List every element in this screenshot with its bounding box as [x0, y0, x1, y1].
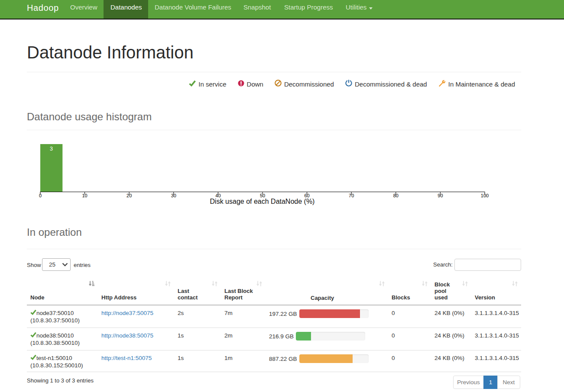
svg-text:20: 20 [126, 193, 132, 198]
svg-text:30: 30 [171, 193, 176, 198]
svg-text:90: 90 [438, 193, 443, 198]
svg-text:100: 100 [481, 193, 489, 198]
svg-text:3: 3 [50, 146, 53, 152]
svg-text:10: 10 [82, 193, 87, 198]
svg-text:70: 70 [349, 193, 354, 198]
svg-text:80: 80 [393, 193, 399, 198]
svg-text:0: 0 [39, 193, 42, 198]
svg-text:Disk usage of each DataNode (%: Disk usage of each DataNode (%) [210, 198, 315, 205]
